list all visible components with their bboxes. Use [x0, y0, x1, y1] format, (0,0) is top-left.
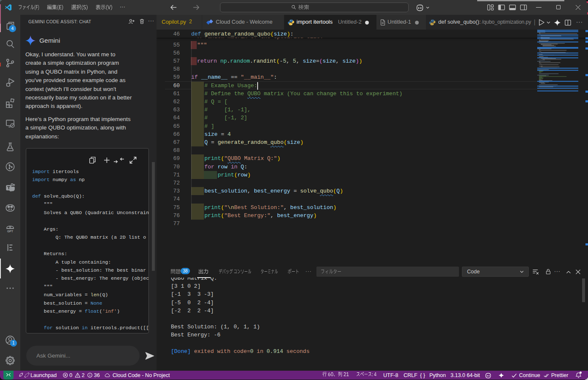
svg-text:GPT: GPT	[7, 230, 14, 233]
